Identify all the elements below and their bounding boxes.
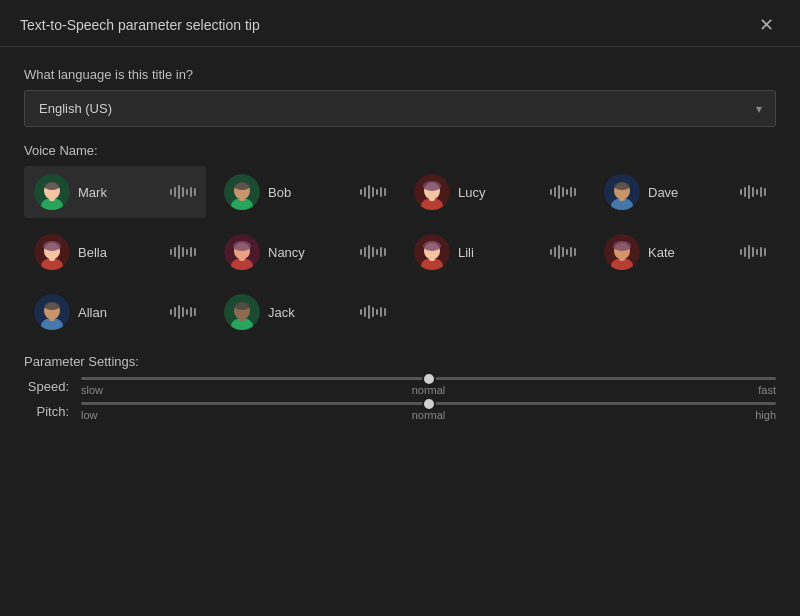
- pitch-slider-container: low normal high: [81, 402, 776, 421]
- pitch-low-label: low: [81, 409, 98, 421]
- wave-icon[interactable]: [170, 185, 196, 199]
- svg-point-29: [233, 241, 251, 251]
- wave-icon[interactable]: [360, 185, 386, 199]
- speed-slider[interactable]: [81, 377, 776, 380]
- language-section: What language is this title in? English …: [24, 67, 776, 127]
- pitch-labels: low normal high: [81, 409, 776, 421]
- dialog-content: What language is this title in? English …: [0, 47, 800, 616]
- pitch-high-label: high: [755, 409, 776, 421]
- pitch-row: Pitch: low normal high: [24, 402, 776, 421]
- voice-name-lili: Lili: [458, 245, 542, 260]
- param-section-label: Parameter Settings:: [24, 354, 776, 369]
- avatar-kate: [604, 234, 640, 270]
- speed-slider-container: slow normal fast: [81, 377, 776, 396]
- voice-item-bob[interactable]: Bob: [214, 166, 396, 218]
- svg-point-49: [234, 302, 250, 310]
- speed-fast-label: fast: [758, 384, 776, 396]
- avatar-bella: [34, 234, 70, 270]
- voice-name-jack: Jack: [268, 305, 352, 320]
- svg-point-9: [234, 182, 250, 190]
- svg-point-24: [43, 241, 61, 251]
- avatar-bob: [224, 174, 260, 210]
- language-select-wrapper: English (US) English (UK) Spanish French…: [24, 90, 776, 127]
- voice-name-kate: Kate: [648, 245, 732, 260]
- voice-name-mark: Mark: [78, 185, 162, 200]
- voice-name-nancy: Nancy: [268, 245, 352, 260]
- pitch-label: Pitch:: [24, 404, 69, 419]
- title-bar: Text-to-Speech parameter selection tip ✕: [0, 0, 800, 47]
- avatar-mark: [34, 174, 70, 210]
- voice-item-nancy[interactable]: Nancy: [214, 226, 396, 278]
- svg-point-19: [614, 182, 630, 190]
- voice-item-lucy[interactable]: Lucy: [404, 166, 586, 218]
- wave-icon[interactable]: [170, 245, 196, 259]
- svg-point-14: [423, 181, 441, 191]
- voice-item-allan[interactable]: Allan: [24, 286, 206, 338]
- voice-name-bob: Bob: [268, 185, 352, 200]
- param-section: Parameter Settings: Speed: slow normal f…: [24, 354, 776, 427]
- voice-item-dave[interactable]: Dave: [594, 166, 776, 218]
- wave-icon[interactable]: [550, 245, 576, 259]
- voice-name-allan: Allan: [78, 305, 162, 320]
- pitch-normal-label: normal: [412, 409, 446, 421]
- avatar-allan: [34, 294, 70, 330]
- voice-name-lucy: Lucy: [458, 185, 542, 200]
- speed-slow-label: slow: [81, 384, 103, 396]
- voice-item-kate[interactable]: Kate: [594, 226, 776, 278]
- avatar-dave: [604, 174, 640, 210]
- avatar-lili: [414, 234, 450, 270]
- speed-normal-label: normal: [412, 384, 446, 396]
- svg-point-4: [44, 182, 60, 190]
- wave-icon[interactable]: [740, 245, 766, 259]
- voice-section-label: Voice Name:: [24, 143, 776, 158]
- voice-name-dave: Dave: [648, 185, 732, 200]
- svg-point-39: [613, 241, 631, 251]
- wave-icon[interactable]: [550, 185, 576, 199]
- pitch-slider[interactable]: [81, 402, 776, 405]
- language-label: What language is this title in?: [24, 67, 776, 82]
- speed-label: Speed:: [24, 379, 69, 394]
- wave-icon[interactable]: [740, 185, 766, 199]
- avatar-lucy: [414, 174, 450, 210]
- wave-icon[interactable]: [360, 305, 386, 319]
- voice-item-mark[interactable]: Mark: [24, 166, 206, 218]
- voice-section: Voice Name: Mark: [24, 143, 776, 338]
- speed-row: Speed: slow normal fast: [24, 377, 776, 396]
- voice-grid: Mark Bob: [24, 166, 776, 338]
- voice-item-bella[interactable]: Bella: [24, 226, 206, 278]
- language-select[interactable]: English (US) English (UK) Spanish French…: [24, 90, 776, 127]
- voice-item-jack[interactable]: Jack: [214, 286, 396, 338]
- voice-name-bella: Bella: [78, 245, 162, 260]
- svg-point-34: [423, 241, 441, 251]
- speed-labels: slow normal fast: [81, 384, 776, 396]
- avatar-nancy: [224, 234, 260, 270]
- avatar-jack: [224, 294, 260, 330]
- dialog: Text-to-Speech parameter selection tip ✕…: [0, 0, 800, 616]
- wave-icon[interactable]: [170, 305, 196, 319]
- wave-icon[interactable]: [360, 245, 386, 259]
- close-button[interactable]: ✕: [753, 14, 780, 36]
- svg-point-44: [44, 302, 60, 310]
- dialog-title: Text-to-Speech parameter selection tip: [20, 17, 260, 33]
- voice-item-lili[interactable]: Lili: [404, 226, 586, 278]
